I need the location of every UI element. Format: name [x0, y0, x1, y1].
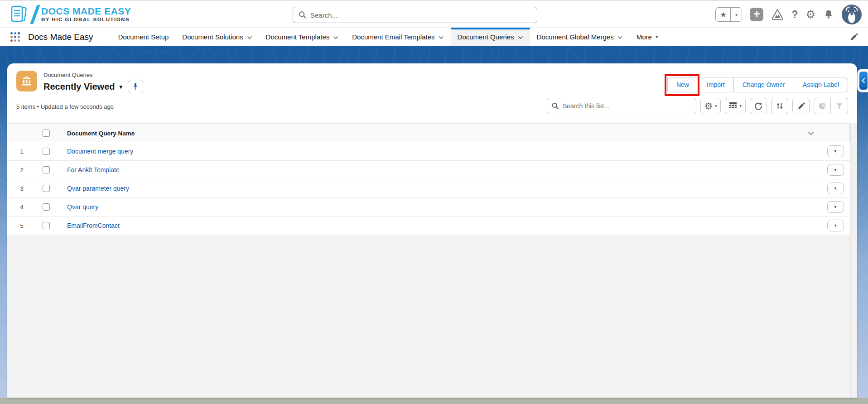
sort-arrows-icon — [776, 102, 783, 110]
row-actions-button[interactable]: ▾ — [827, 220, 844, 231]
caret-down-icon: ▾ — [834, 149, 836, 154]
column-menu-chevron-icon[interactable] — [801, 131, 821, 135]
setup-gear-icon[interactable]: ⚙ — [805, 8, 815, 21]
new-button[interactable]: New — [667, 77, 698, 92]
show-charts-button — [814, 98, 831, 114]
search-icon — [298, 10, 307, 19]
document-queries-object-icon — [16, 71, 37, 91]
record-link[interactable]: For Ankit Template — [56, 166, 801, 173]
global-search-input[interactable] — [293, 7, 537, 23]
global-search — [293, 7, 537, 23]
tab-document-templates[interactable]: Document Templates — [259, 28, 346, 46]
record-link[interactable]: Qvar parameter query — [56, 185, 801, 192]
record-link[interactable]: Qvar query — [56, 203, 801, 211]
sort-button[interactable] — [771, 98, 788, 114]
user-avatar[interactable] — [842, 5, 862, 24]
record-link[interactable]: Document merge query — [56, 148, 801, 155]
split-view-toggle-button[interactable] — [857, 69, 868, 92]
table-empty-area — [7, 235, 857, 398]
notifications-bell-icon[interactable] — [823, 9, 834, 20]
favorites-caret-icon[interactable]: ▾ — [731, 8, 742, 21]
taskbar-edge — [0, 398, 868, 404]
logo-subtitle: BY HIC GLOBAL SOLUTIONS — [41, 16, 131, 23]
display-as-table-button[interactable]: ▾ — [725, 98, 746, 114]
app-navigation-bar: Docs Made Easy Document Setup Document S… — [0, 27, 868, 46]
list-search — [547, 98, 696, 114]
list-search-input[interactable] — [547, 98, 696, 114]
pencil-icon — [797, 102, 805, 110]
caret-down-icon: ▾ — [739, 104, 742, 108]
assign-label-button[interactable]: Assign Label — [794, 77, 848, 92]
tab-document-setup[interactable]: Document Setup — [111, 28, 176, 46]
logo-title: DOCS MADE EASY — [41, 6, 131, 16]
row-actions-button[interactable]: ▾ — [827, 145, 844, 157]
tab-document-email-templates[interactable]: Document Email Templates — [345, 28, 450, 46]
workspace-background: Document Queries Recently Viewed ▾ — [0, 46, 868, 398]
tab-document-global-merges[interactable]: Document Global Merges — [530, 28, 630, 46]
list-summary-text: 5 items • Updated a few seconds ago — [16, 103, 114, 114]
record-link[interactable]: EmailFromContact — [56, 222, 801, 229]
vertical-scrollbar[interactable] — [850, 123, 857, 398]
app-name[interactable]: Docs Made Easy — [28, 28, 93, 46]
caret-down-icon: ▾ — [656, 34, 658, 40]
refresh-button[interactable] — [750, 98, 767, 114]
tab-document-solutions[interactable]: Document Solutions — [175, 28, 259, 46]
favorites-star-icon[interactable]: ★ — [716, 8, 730, 21]
chevron-down-icon[interactable] — [518, 36, 523, 39]
search-icon — [551, 102, 559, 110]
select-all-checkbox[interactable] — [43, 130, 50, 137]
row-actions-button[interactable]: ▾ — [827, 183, 844, 194]
refresh-icon — [754, 102, 762, 110]
pin-list-view-button[interactable] — [128, 80, 143, 93]
list-view-controls-button[interactable]: ⚙ ▾ — [700, 98, 721, 114]
import-button[interactable]: Import — [698, 77, 734, 92]
row-checkbox[interactable] — [43, 203, 50, 211]
table-grid-icon — [729, 102, 737, 110]
caret-down-icon: ▾ — [715, 104, 717, 108]
favorites-button-group: ★ ▾ — [715, 7, 742, 22]
change-owner-button[interactable]: Change Owner — [734, 77, 794, 92]
row-actions-button[interactable]: ▾ — [827, 201, 844, 213]
table-row: 1 Document merge query ▾ — [7, 142, 857, 161]
quick-create-plus-icon[interactable]: + — [750, 8, 763, 21]
row-checkbox[interactable] — [43, 166, 50, 173]
global-header: DOCS MADE EASY BY HIC GLOBAL SOLUTIONS ★… — [0, 0, 868, 27]
table-row: 4 Qvar query ▾ — [7, 198, 857, 216]
caret-down-icon: ▾ — [834, 223, 836, 228]
tab-document-queries[interactable]: Document Queries — [451, 28, 530, 46]
row-checkbox[interactable] — [43, 185, 50, 192]
chevron-down-icon[interactable] — [247, 36, 252, 39]
edit-nav-button[interactable] — [850, 28, 858, 47]
gear-icon: ⚙ — [704, 101, 713, 111]
row-checkbox[interactable] — [43, 222, 50, 229]
list-view-card: Document Queries Recently Viewed ▾ — [7, 63, 857, 398]
tab-more[interactable]: More ▾ — [630, 28, 665, 46]
table-header-row: Document Query Name — [7, 123, 857, 142]
chevron-down-icon[interactable] — [617, 36, 623, 39]
entity-label: Document Queries — [43, 72, 143, 78]
row-checkbox[interactable] — [43, 148, 50, 155]
pie-chart-icon — [818, 102, 826, 110]
chevron-down-icon[interactable] — [439, 36, 444, 39]
logo-slash-shape — [30, 5, 40, 24]
nav-tabs: Document Setup Document Solutions Docume… — [111, 28, 665, 46]
list-view-selector[interactable]: Recently Viewed ▾ — [43, 82, 122, 92]
row-actions-button[interactable]: ▾ — [827, 164, 844, 176]
inline-edit-button[interactable] — [792, 98, 810, 114]
annotation-highlight-red-box: New — [667, 77, 698, 93]
caret-down-icon: ▾ — [834, 167, 836, 172]
pencil-icon — [850, 33, 858, 41]
filter-funnel-icon — [836, 102, 843, 110]
app-launcher-icon[interactable] — [7, 28, 23, 46]
list-table: Document Query Name 1 Document merge que… — [7, 123, 857, 398]
caret-down-icon: ▾ — [834, 204, 836, 209]
chevron-left-icon — [859, 72, 868, 90]
screen: DOCS MADE EASY BY HIC GLOBAL SOLUTIONS ★… — [0, 0, 868, 404]
help-icon[interactable]: ? — [791, 9, 798, 21]
bank-icon — [20, 75, 33, 87]
column-header-document-query-name[interactable]: Document Query Name — [56, 130, 801, 137]
document-stack-icon — [9, 4, 30, 25]
chevron-down-icon[interactable] — [333, 36, 338, 39]
guidance-trailhead-icon[interactable] — [771, 9, 784, 20]
list-view-actions: New Import Change Owner Assign Label — [667, 77, 848, 93]
